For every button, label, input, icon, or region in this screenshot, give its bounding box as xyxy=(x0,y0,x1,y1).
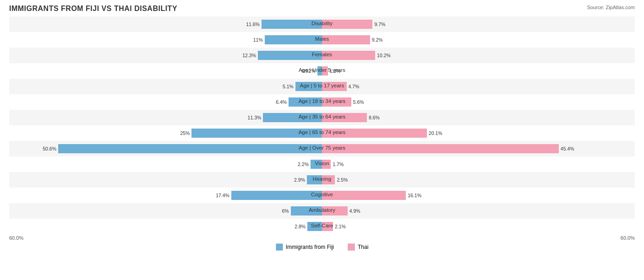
rows-container: Disability 11.6% 9.7% Males 11% 9.2% Fem xyxy=(9,16,635,234)
row-label: Males xyxy=(315,36,329,42)
bar-thai xyxy=(322,191,406,200)
table-row: Age | 35 to 64 years 11.3% 8.6% xyxy=(9,110,635,125)
bar-fiji xyxy=(58,144,322,153)
row-label: Cognitive xyxy=(311,192,333,197)
row-label: Self-Care xyxy=(311,223,333,228)
table-row: Age | Over 75 years 50.6% 45.4% xyxy=(9,141,635,156)
chart-container: IMMIGRANTS FROM FIJI VS THAI DISABILITY … xyxy=(0,0,644,280)
value-fiji: 2.9% xyxy=(294,177,305,183)
row-label: Females xyxy=(312,52,332,57)
bar-thai xyxy=(322,35,370,44)
value-fiji: 12.3% xyxy=(242,53,256,58)
value-thai: 1.7% xyxy=(333,162,344,167)
legend-thai-box xyxy=(348,243,355,251)
value-thai: 1.1% xyxy=(330,68,341,74)
value-fiji: 2.2% xyxy=(298,162,309,167)
value-thai: 4.7% xyxy=(349,84,360,89)
value-thai: 10.2% xyxy=(377,53,391,58)
row-label: Disability xyxy=(311,21,333,26)
legend-thai: Thai xyxy=(348,243,368,251)
table-row: Vision 2.2% 1.7% xyxy=(9,156,635,172)
table-row: Ambulatory 6% 4.9% xyxy=(9,203,635,219)
legend-thai-label: Thai xyxy=(358,244,368,250)
chart-source: Source: ZipAtlas.com xyxy=(587,5,635,10)
value-fiji: 50.6% xyxy=(43,146,56,151)
value-fiji: 11% xyxy=(253,37,263,43)
value-fiji: 17.4% xyxy=(216,193,229,198)
row-label: Age | Over 75 years xyxy=(299,145,345,151)
value-thai: 45.4% xyxy=(561,146,574,151)
legend: Immigrants from Fiji Thai xyxy=(9,243,635,251)
table-row: Age | 18 to 34 years 6.4% 5.6% xyxy=(9,94,635,110)
axis-left: 60.0% xyxy=(9,235,23,241)
table-row: Age | Under 5 years 0.92% 1.1% xyxy=(9,63,635,79)
legend-fiji: Immigrants from Fiji xyxy=(276,243,334,251)
table-row: Self-Care 2.8% 2.1% xyxy=(9,219,635,234)
chart-title: IMMIGRANTS FROM FIJI VS THAI DISABILITY xyxy=(9,5,177,13)
legend-fiji-box xyxy=(276,243,283,251)
row-label: Age | 65 to 74 years xyxy=(299,129,346,135)
row-label: Ambulatory xyxy=(309,207,335,213)
row-label: Age | 5 to 17 years xyxy=(300,83,344,88)
value-thai: 8.6% xyxy=(369,115,380,120)
bar-fiji xyxy=(265,35,322,44)
table-row: Hearing 2.9% 2.5% xyxy=(9,172,635,188)
value-thai: 9.7% xyxy=(374,22,385,27)
value-fiji: 25% xyxy=(180,130,190,136)
legend-fiji-label: Immigrants from Fiji xyxy=(286,244,334,250)
value-fiji: 11.6% xyxy=(246,22,260,27)
value-thai: 4.9% xyxy=(349,208,360,214)
value-thai: 9.2% xyxy=(372,37,383,43)
value-fiji: 0.92% xyxy=(302,68,316,74)
table-row: Males 11% 9.2% xyxy=(9,32,635,48)
axis-right: 60.0% xyxy=(621,235,635,241)
table-row: Disability 11.6% 9.7% xyxy=(9,16,635,32)
axis-labels: 60.0% 60.0% xyxy=(9,235,635,241)
row-label: Age | 18 to 34 years xyxy=(299,98,346,104)
value-thai: 20.1% xyxy=(429,130,442,136)
value-fiji: 6.4% xyxy=(276,99,287,105)
value-thai: 2.1% xyxy=(335,224,346,229)
value-fiji: 6% xyxy=(282,208,289,214)
value-thai: 16.1% xyxy=(408,193,421,198)
row-label: Hearing xyxy=(313,176,331,182)
table-row: Age | 5 to 17 years 5.1% 4.7% xyxy=(9,79,635,94)
row-label: Age | 35 to 64 years xyxy=(299,114,346,119)
table-row: Cognitive 17.4% 16.1% xyxy=(9,188,635,203)
value-fiji: 2.8% xyxy=(295,224,306,229)
row-label: Vision xyxy=(315,161,329,166)
value-thai: 2.5% xyxy=(337,177,348,183)
value-thai: 5.6% xyxy=(353,99,364,105)
value-fiji: 11.3% xyxy=(248,115,262,120)
bar-thai xyxy=(322,144,559,153)
table-row: Females 12.3% 10.2% xyxy=(9,48,635,63)
table-row: Age | 65 to 74 years 25% 20.1% xyxy=(9,125,635,141)
chart-header: IMMIGRANTS FROM FIJI VS THAI DISABILITY … xyxy=(9,5,635,13)
bar-fiji xyxy=(231,191,322,200)
value-fiji: 5.1% xyxy=(283,84,294,89)
